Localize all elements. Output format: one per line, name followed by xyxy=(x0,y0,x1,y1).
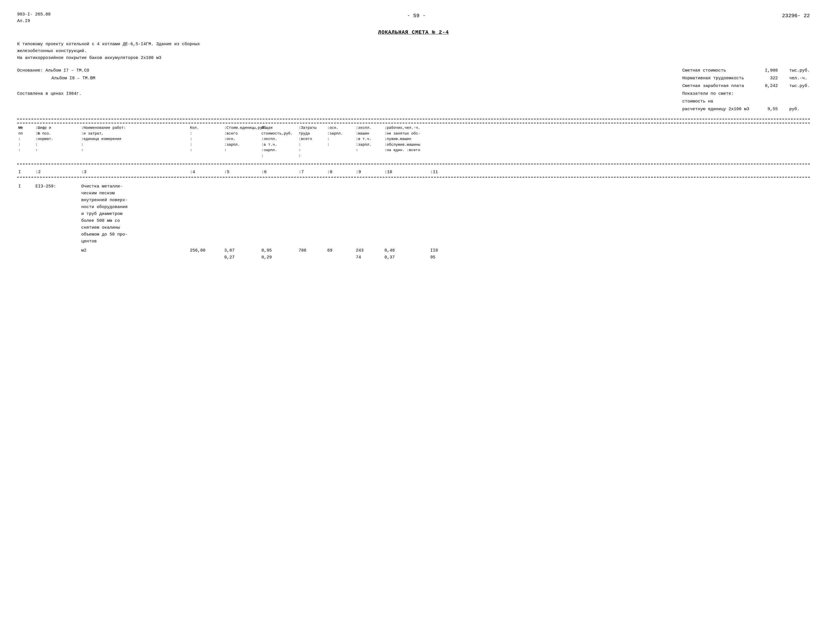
num-c10: :10 xyxy=(383,169,429,176)
document-description: К типовому проекту котельной с 4 котлами… xyxy=(17,41,810,61)
page-header: 903-I- 265.88 Ал.I9 - 59 - 23296- 22 xyxy=(17,11,810,24)
osnov-label: Основание: Альбом I7 – ТМ.СО xyxy=(17,67,95,74)
header-center: - 59 - xyxy=(407,11,426,19)
data-section: I ЕI3-259: Очистка металли- ческим песко… xyxy=(17,183,810,261)
row1-obshch-osn xyxy=(326,183,355,245)
th-col3: :Наименование работ: :и затрат, :единица… xyxy=(80,125,189,159)
val-zatrat-vsego: II8 95 xyxy=(429,247,469,261)
val-unit: м2 xyxy=(80,247,189,254)
row1-zatrat-ekspl xyxy=(355,183,383,245)
info-right-values: I,908 322 0,242 9,55 xyxy=(761,67,778,113)
val-obshch-osn: 69 xyxy=(326,247,355,254)
info-section: Основание: Альбом I7 – ТМ.СО Альбом I8 –… xyxy=(17,67,810,113)
row1-obshch-vsego xyxy=(298,183,326,245)
header-left: 903-I- 265.88 Ал.I9 xyxy=(17,11,51,24)
row1-qty-col xyxy=(189,183,223,245)
th-col11 xyxy=(429,125,469,159)
th-col6: Общая стоимость,руб. :экспл. :в т.ч. :за… xyxy=(260,125,298,159)
num-c6: :6 xyxy=(260,169,298,176)
num-c4: :4 xyxy=(189,169,223,176)
num-c7: :7 xyxy=(298,169,326,176)
val-zatrat-osn: 243 74 xyxy=(355,247,383,261)
row1-stoimost-ekspl xyxy=(260,183,298,245)
val-stoimost: 3,07 0,27 xyxy=(223,247,260,261)
table-header: №№ пп : : : :Шифр и :№ поз. :нормат. : :… xyxy=(17,123,810,160)
row1-zatrat-rabs xyxy=(383,183,429,245)
column-numbers-row: I :2 :3 :4 :5 :6 :7 :8 :9 :10 :11 xyxy=(17,168,810,177)
header-right: 23296- 22 xyxy=(782,11,810,19)
num-c5: :5 xyxy=(223,169,260,176)
th-col4: Кол. : : : : xyxy=(189,125,223,159)
sostavlena-label: Составлена в ценах I984г. xyxy=(17,90,95,98)
th-col1: №№ пп : : : xyxy=(17,125,34,159)
separator-line-2 xyxy=(17,164,810,164)
th-col10: :рабочих,чел.-ч. :не занятых обс- :лужив… xyxy=(383,125,429,159)
doc-number-line1: 903-I- 265.88 xyxy=(17,11,51,18)
row1-zatrat-vsego xyxy=(429,183,469,245)
separator-line-1 xyxy=(17,119,810,119)
num-c11: :11 xyxy=(429,169,469,176)
desc-line2: железобетонных конструкций. xyxy=(17,48,810,55)
th-col8: :осн. :зарпл. : : xyxy=(326,125,355,159)
num-c9: :9 xyxy=(355,169,383,176)
info-right: Сметная стоимость Нормативная трудоемкос… xyxy=(682,67,810,113)
num-c2: :2 xyxy=(34,169,80,176)
val-stoimost-ekspl: 0,95 0,29 xyxy=(260,247,298,261)
num-c1: I xyxy=(17,169,34,176)
page-number: - 59 - xyxy=(407,13,426,19)
val-obshch-vsego: 786 xyxy=(298,247,326,254)
albom-label: Альбом I8 – ТМ.ВМ xyxy=(17,74,95,82)
num-c3: :3 xyxy=(80,169,189,176)
doc-code: 23296- 22 xyxy=(782,13,810,19)
th-col9: :экспл. :машин :в т.ч. :зарпл. : xyxy=(355,125,383,159)
num-c8: :8 xyxy=(326,169,355,176)
document-title: ЛОКАЛЬНАЯ СМЕТА № 2-4 xyxy=(17,30,810,35)
th-col5: :Стоим.единицы,руб. :всего :осн. :зарпл.… xyxy=(223,125,260,159)
th-col2: :Шифр и :№ поз. :нормат. : : xyxy=(34,125,80,159)
val-qty: 256,00 xyxy=(189,247,223,254)
table-row-1-values: м2 256,00 3,07 0,27 0,95 0,29 786 69 243… xyxy=(17,247,810,261)
row1-code: ЕI3-259: xyxy=(34,183,80,245)
th-col7: :Затраты труда :всего : : : xyxy=(298,125,326,159)
row1-name: Очистка металли- ческим песком внутренне… xyxy=(80,183,189,245)
desc-line3: На антикоррозийное покрытие баков аккуму… xyxy=(17,55,810,61)
doc-number-line2: Ал.I9 xyxy=(17,18,51,25)
val-zatrat-ekspl: 0,46 0,37 xyxy=(383,247,429,261)
row1-stoimost-vsego xyxy=(223,183,260,245)
blank-line xyxy=(17,82,95,90)
row1-num: I xyxy=(17,183,34,245)
info-right-labels: Сметная стоимость Нормативная трудоемкос… xyxy=(682,67,749,113)
table-row-1: I ЕI3-259: Очистка металли- ческим песко… xyxy=(17,183,810,245)
info-left: Основание: Альбом I7 – ТМ.СО Альбом I8 –… xyxy=(17,67,95,113)
desc-line1: К типовому проекту котельной с 4 котлами… xyxy=(17,41,810,48)
info-right-units: тыс.руб. чел.-ч. тыс.руб. руб. xyxy=(789,67,810,113)
